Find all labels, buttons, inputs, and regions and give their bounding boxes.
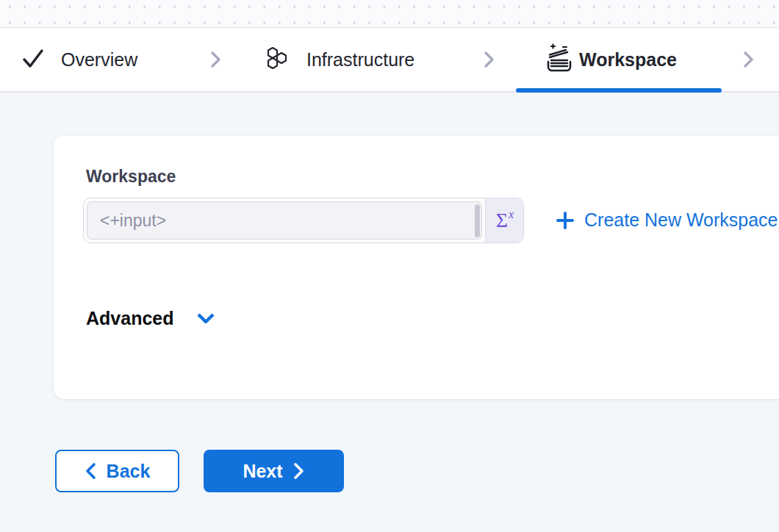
chevron-right-icon bbox=[207, 50, 224, 72]
step-workspace[interactable]: Workspace bbox=[579, 47, 677, 72]
dotted-canvas-background bbox=[0, 0, 779, 28]
create-new-workspace-link[interactable]: Create New Workspace bbox=[555, 209, 778, 231]
advanced-label: Advanced bbox=[86, 308, 173, 329]
chevron-left-icon bbox=[85, 462, 96, 480]
back-button-label: Back bbox=[107, 461, 151, 482]
sigma-sup-x: x bbox=[509, 208, 514, 221]
sigma-icon: Σ bbox=[496, 210, 508, 231]
workspace-stack-icon bbox=[545, 43, 574, 76]
expression-editor-toggle[interactable]: Σ x bbox=[485, 198, 523, 242]
plus-icon bbox=[555, 210, 575, 231]
chevron-right-icon bbox=[739, 50, 757, 72]
workspace-input[interactable]: <+input> bbox=[87, 201, 482, 240]
chevron-down-icon bbox=[195, 310, 216, 328]
workspace-input-group: <+input> Σ x bbox=[83, 198, 524, 243]
next-button-label: Next bbox=[243, 461, 282, 482]
chevron-right-icon bbox=[293, 462, 305, 480]
advanced-section-toggle[interactable]: Advanced bbox=[86, 308, 216, 329]
next-button[interactable]: Next bbox=[204, 450, 344, 492]
workspace-input-placeholder: <+input> bbox=[100, 211, 166, 231]
create-new-workspace-label: Create New Workspace bbox=[584, 209, 778, 231]
wizard-content: Workspace <+input> Σ x Create New Worksp… bbox=[0, 93, 779, 532]
chevron-right-icon bbox=[480, 50, 498, 72]
step-overview[interactable]: Overview bbox=[61, 47, 137, 72]
step-infrastructure[interactable]: Infrastructure bbox=[306, 47, 414, 72]
back-button[interactable]: Back bbox=[55, 450, 179, 492]
wizard-stepper: Overview Infrastructure Workspace bbox=[0, 28, 779, 93]
hexagons-icon bbox=[264, 46, 290, 75]
check-icon bbox=[22, 48, 44, 72]
input-scrollbar-thumb[interactable] bbox=[475, 204, 480, 237]
workspace-field-label: Workspace bbox=[86, 167, 176, 187]
workspace-form-card: Workspace <+input> Σ x Create New Worksp… bbox=[54, 136, 779, 399]
